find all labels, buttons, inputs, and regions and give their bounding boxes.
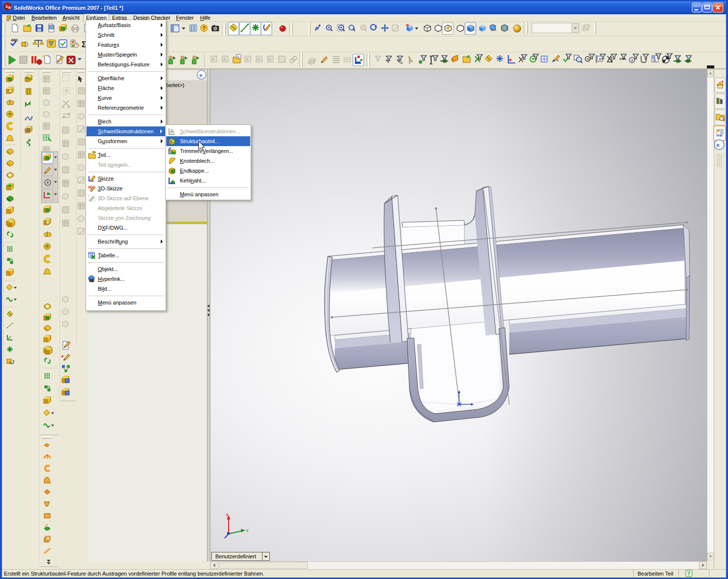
- svg-text:w: w: [400, 61, 403, 64]
- svg-text:A: A: [212, 57, 215, 61]
- svg-text:N: N: [586, 58, 589, 61]
- svg-text:?: ?: [687, 571, 690, 577]
- svg-text:Y: Y: [246, 528, 249, 533]
- svg-text:A: A: [268, 57, 271, 61]
- svg-text:W: W: [8, 6, 11, 9]
- svg-text:A: A: [653, 58, 656, 62]
- svg-text:«: «: [716, 142, 720, 149]
- svg-text:X: X: [226, 513, 229, 518]
- svg-text:A: A: [246, 57, 249, 61]
- svg-text:A: A: [223, 57, 226, 61]
- svg-text:!: !: [353, 27, 355, 31]
- svg-text:A: A: [257, 57, 260, 61]
- svg-text:A: A: [631, 59, 634, 62]
- svg-text:?: ?: [203, 25, 206, 31]
- svg-text:»: »: [199, 72, 203, 79]
- svg-text:+: +: [61, 354, 64, 359]
- svg-text:A: A: [237, 56, 239, 59]
- svg-text:A: A: [599, 57, 602, 61]
- svg-text:ABC: ABC: [11, 38, 18, 42]
